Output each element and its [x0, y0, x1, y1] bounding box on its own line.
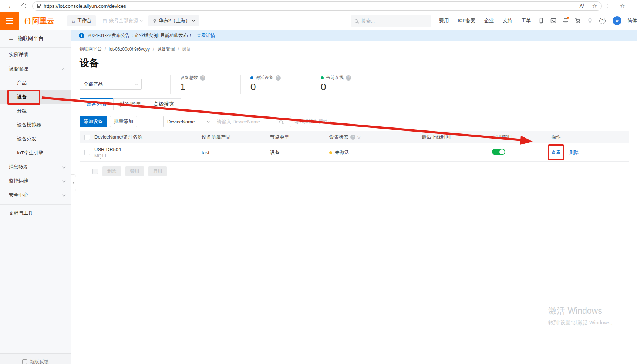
enable-toggle[interactable]	[492, 149, 505, 155]
breadcrumb: 物联网平台/ iot-06z00c0h9r6voyy/ 设备管理/ 设备	[80, 46, 637, 52]
nav-link-enterprise[interactable]: 企业	[484, 17, 494, 24]
row-checkbox[interactable]	[84, 150, 90, 155]
product-filter-select[interactable]: 全部产品	[80, 79, 142, 90]
info-icon	[79, 33, 84, 38]
last-online-cell: -	[422, 150, 492, 155]
view-link[interactable]: 查看	[551, 150, 561, 155]
device-search-input[interactable]	[217, 119, 277, 125]
breadcrumb-instance[interactable]: iot-06z00c0h9r6voyy	[109, 47, 150, 52]
sidebar-feedback-button[interactable]: 新版反馈	[0, 353, 71, 364]
status-badge: 未激活	[335, 149, 349, 156]
feedback-icon	[22, 359, 27, 364]
chevron-down-icon	[328, 119, 331, 122]
help-circle-icon[interactable]	[346, 75, 351, 81]
console-search[interactable]	[351, 15, 431, 27]
stat-activated-devices-value: 0	[250, 82, 311, 92]
help-circle-icon[interactable]	[350, 135, 355, 140]
device-name[interactable]: USR-DR504	[94, 147, 202, 152]
help-circle-icon[interactable]	[276, 75, 281, 81]
batch-add-button[interactable]: 批量添加	[110, 116, 137, 127]
announcement-banner: 2024-01-22发布公告：企业版实例1月新功能发布！ 查看详情	[71, 30, 637, 41]
resource-icon: ▤	[102, 18, 107, 23]
browser-address-bar[interactable]: https://iot.console.aliyun.com/devices A…	[32, 1, 602, 11]
cart-icon[interactable]	[575, 18, 581, 24]
help-circle-icon[interactable]	[200, 75, 205, 81]
user-avatar[interactable]	[613, 16, 621, 25]
sidebar-item-device-simulator[interactable]: 设备模拟器	[0, 118, 71, 132]
account-scope-selector[interactable]: ▤ 账号全部资源	[102, 17, 142, 24]
hamburger-menu-button[interactable]	[0, 12, 19, 30]
sidebar-title: 物联网平台	[18, 35, 44, 42]
sidebar-back-header[interactable]: ← 物联网平台	[0, 30, 71, 47]
tab-batch-management[interactable]: 批次管理	[113, 98, 147, 110]
app-icon[interactable]	[538, 18, 544, 24]
nav-link-billing[interactable]: 费用	[439, 17, 449, 24]
screenshot-root: ← https://iot.console.aliyun.com/devices…	[0, 0, 637, 364]
stat-online-devices: 当前在线 0	[311, 75, 381, 94]
notifications-bell-icon[interactable]	[563, 18, 569, 24]
batch-enable-button[interactable]: 启用	[148, 166, 167, 176]
nav-link-support[interactable]: 支持	[503, 17, 512, 24]
sidebar-item-docs-tools[interactable]: 文档与工具	[0, 206, 71, 220]
device-toolbar: 添加设备 批量添加 DeviceName 请选择设备标签	[80, 116, 629, 127]
tab-device-list[interactable]: 设备列表	[80, 98, 114, 110]
chevron-down-icon	[135, 82, 138, 85]
breadcrumb-platform[interactable]: 物联网平台	[80, 46, 102, 52]
windows-activation-watermark: 激活 Windows 转到“设置”以激活 Windows。	[548, 305, 637, 326]
browser-back-icon[interactable]: ←	[6, 2, 16, 10]
device-tag-select[interactable]: 请选择设备标签	[290, 116, 334, 127]
select-all-checkbox[interactable]	[84, 135, 90, 140]
sidebar-item-devices[interactable]: 设备	[0, 90, 71, 104]
browser-refresh-icon[interactable]	[20, 3, 27, 9]
tab-advanced-search[interactable]: 高级搜索	[147, 98, 181, 110]
console-top-nav: (-) 阿里云 ⌂ 工作台 ▤ 账号全部资源 华东2（上海） 费用 ICP备案 …	[0, 12, 637, 30]
sidebar-item-instance-details[interactable]: 实例详情	[0, 48, 71, 62]
nav-link-icp[interactable]: ICP备案	[458, 17, 475, 24]
sidebar-item-message-forwarding[interactable]: 消息转发	[0, 160, 71, 174]
col-header-actions: 操作	[551, 134, 629, 140]
col-header-enable-disable: 启用/禁用	[492, 134, 551, 140]
device-search-box[interactable]	[213, 116, 286, 127]
sidebar-item-device-distribution[interactable]: 设备分发	[0, 132, 71, 146]
language-switcher[interactable]: 简体	[627, 17, 637, 24]
col-header-node-type: 节点类型	[270, 134, 329, 140]
chevron-down-icon	[62, 193, 66, 197]
cloudshell-terminal-icon[interactable]	[550, 18, 556, 24]
sidebar-item-device-management[interactable]: 设备管理	[0, 62, 71, 76]
lightbulb-icon[interactable]	[587, 18, 593, 24]
read-aloud-icon[interactable]: A)	[579, 3, 584, 9]
aliyun-logo[interactable]: (-) 阿里云	[19, 16, 61, 26]
collections-icon[interactable]: ☆	[620, 3, 625, 9]
console-search-input[interactable]	[361, 18, 427, 24]
device-product-cell: test	[202, 150, 270, 155]
nav-link-tickets[interactable]: 工单	[521, 17, 531, 24]
back-arrow-icon[interactable]: ←	[8, 35, 14, 42]
batch-delete-button[interactable]: 删除	[102, 166, 121, 176]
sidebar-item-products[interactable]: 产品	[0, 76, 71, 90]
page-url[interactable]: https://iot.console.aliyun.com/devices	[44, 3, 126, 9]
banner-detail-link[interactable]: 查看详情	[196, 33, 215, 39]
filter-funnel-icon[interactable]: ▽	[357, 135, 360, 140]
footer-select-all-checkbox[interactable]	[92, 169, 98, 174]
favorite-star-icon[interactable]: ☆	[592, 3, 597, 9]
search-type-select[interactable]: DeviceName	[163, 116, 213, 127]
sidebar-item-monitoring-ops[interactable]: 监控运维	[0, 174, 71, 188]
aliyun-logo-mark: (-)	[24, 17, 30, 25]
breadcrumb-device-management[interactable]: 设备管理	[157, 46, 175, 52]
workbench-button[interactable]: ⌂ 工作台	[67, 15, 96, 26]
sidebar-item-groups[interactable]: 分组	[0, 104, 71, 118]
help-icon[interactable]	[599, 18, 606, 24]
device-table: DeviceName/备注名称 设备所属产品 节点类型 设备状态 ▽ 最后上线时…	[80, 131, 629, 176]
add-device-button[interactable]: 添加设备	[80, 116, 107, 127]
sidebar-item-iot-twin-engine[interactable]: IoT孪生引擎	[0, 146, 71, 160]
divider	[61, 17, 61, 25]
device-node-type-cell: 设备	[270, 149, 329, 156]
batch-disable-button[interactable]: 禁用	[125, 166, 144, 176]
delete-link[interactable]: 删除	[569, 150, 579, 155]
split-screen-icon[interactable]	[607, 4, 613, 8]
sidebar-collapse-handle[interactable]	[71, 174, 76, 191]
region-selector[interactable]: 华东2（上海）	[148, 15, 199, 26]
banner-text: 2024-01-22发布公告：企业版实例1月新功能发布！	[88, 33, 192, 39]
stat-total-devices-value: 1	[180, 82, 240, 92]
sidebar-item-security-center[interactable]: 安全中心	[0, 188, 71, 202]
